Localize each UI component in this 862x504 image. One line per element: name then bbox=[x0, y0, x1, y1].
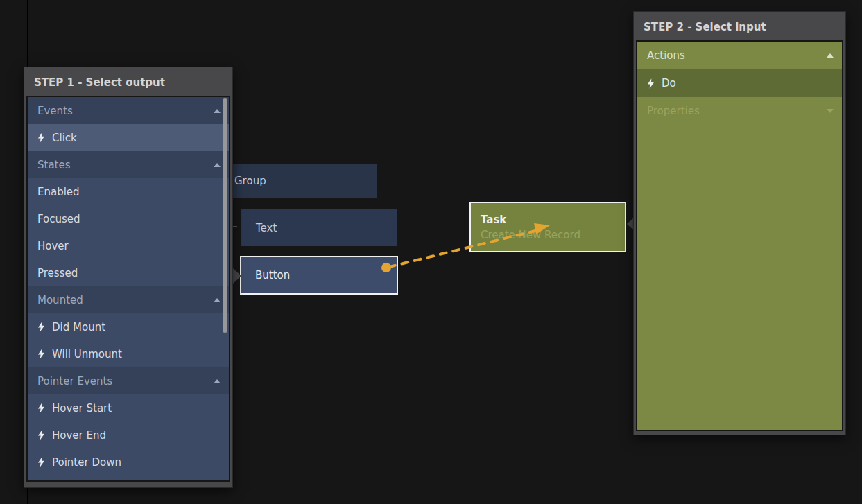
section-actions[interactable]: Actions bbox=[637, 42, 842, 69]
lightning-icon bbox=[37, 322, 45, 332]
list-item-hover-start[interactable]: Hover Start bbox=[28, 394, 229, 422]
step1-panel: STEP 1 - Select output Events Click Stat… bbox=[24, 67, 233, 488]
list-item-will-unmount[interactable]: Will Unmount bbox=[28, 340, 229, 367]
section-label: Pointer Events bbox=[37, 375, 112, 388]
scrollbar-thumb[interactable] bbox=[223, 98, 227, 333]
node-text-label: Text bbox=[256, 222, 277, 234]
item-label: Will Unmount bbox=[52, 348, 122, 360]
lightning-icon bbox=[37, 403, 45, 413]
lightning-icon bbox=[37, 457, 45, 467]
step2-panel-title: STEP 2 - Select input bbox=[636, 14, 843, 40]
section-label: States bbox=[37, 159, 71, 171]
output-notch-icon bbox=[233, 268, 241, 284]
section-label: Events bbox=[37, 105, 73, 117]
expand-arrow-icon bbox=[827, 109, 834, 113]
item-label: Enabled bbox=[37, 186, 80, 198]
item-label: Hover bbox=[37, 240, 69, 252]
section-pointer-events[interactable]: Pointer Events bbox=[28, 367, 229, 394]
collapse-arrow-icon bbox=[214, 163, 221, 167]
node-text[interactable]: Text bbox=[241, 209, 397, 246]
section-label: Mounted bbox=[37, 294, 83, 306]
item-label: Focused bbox=[37, 213, 80, 225]
node-group[interactable]: Group bbox=[208, 164, 377, 198]
section-states[interactable]: States bbox=[28, 151, 229, 178]
node-task-sublabel: Create New Record bbox=[481, 227, 580, 243]
collapse-arrow-icon bbox=[827, 53, 834, 58]
collapse-arrow-icon bbox=[214, 109, 221, 113]
section-mounted[interactable]: Mounted bbox=[28, 286, 229, 313]
list-item-hover[interactable]: Hover bbox=[28, 232, 229, 259]
lightning-icon bbox=[37, 132, 45, 143]
lightning-icon bbox=[647, 78, 655, 89]
collapse-arrow-icon bbox=[214, 379, 221, 383]
section-properties[interactable]: Properties bbox=[637, 97, 842, 125]
step1-panel-list: Events Click States Enabled Focused Hove… bbox=[26, 96, 230, 482]
list-item-click[interactable]: Click bbox=[28, 124, 229, 151]
item-label: Hover End bbox=[52, 429, 106, 442]
list-item-did-mount[interactable]: Did Mount bbox=[28, 313, 229, 340]
lightning-icon bbox=[37, 430, 45, 440]
step2-panel: STEP 2 - Select input Actions Do Propert… bbox=[633, 11, 846, 435]
item-label: Do bbox=[662, 77, 676, 89]
list-item-pointer-down[interactable]: Pointer Down bbox=[28, 449, 229, 476]
list-item-hover-end[interactable]: Hover End bbox=[28, 422, 229, 449]
list-item-pressed[interactable]: Pressed bbox=[28, 259, 229, 286]
node-task-label: Task bbox=[481, 212, 506, 227]
node-button[interactable]: Button bbox=[240, 256, 398, 295]
section-events[interactable]: Events bbox=[28, 97, 229, 124]
node-group-label: Group bbox=[234, 175, 266, 187]
item-label: Hover Start bbox=[52, 402, 112, 415]
lightning-icon bbox=[37, 349, 45, 359]
list-item-enabled[interactable]: Enabled bbox=[28, 178, 229, 205]
section-label: Properties bbox=[647, 105, 700, 117]
item-label: Did Mount bbox=[52, 321, 105, 333]
item-label: Click bbox=[52, 132, 77, 144]
collapse-arrow-icon bbox=[214, 298, 221, 302]
list-item-do[interactable]: Do bbox=[637, 69, 842, 97]
step2-panel-list: Actions Do Properties bbox=[636, 40, 843, 431]
item-label: Pointer Down bbox=[52, 456, 121, 469]
section-label: Actions bbox=[647, 49, 685, 62]
flow-canvas[interactable]: Group Text Button Task Create New Record… bbox=[0, 0, 862, 504]
node-task[interactable]: Task Create New Record bbox=[469, 202, 626, 252]
item-label: Pressed bbox=[37, 267, 78, 279]
step1-panel-title: STEP 1 - Select output bbox=[26, 69, 230, 96]
list-item-focused[interactable]: Focused bbox=[28, 205, 229, 232]
node-button-label: Button bbox=[255, 269, 290, 281]
